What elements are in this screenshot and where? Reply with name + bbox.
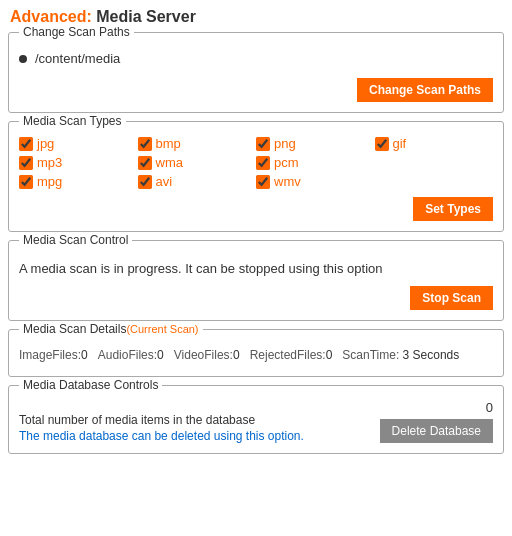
media-scan-types-legend: Media Scan Types — [19, 114, 126, 128]
media-scan-control-section: Media Scan Control A media scan is in pr… — [8, 240, 504, 321]
type-label-png: png — [274, 136, 296, 151]
change-scan-paths-button[interactable]: Change Scan Paths — [357, 78, 493, 102]
type-bmp: bmp — [138, 136, 257, 151]
video-files-detail: VideoFiles:0 — [174, 348, 240, 362]
bullet-icon — [19, 55, 27, 63]
media-database-controls-section: Media Database Controls Total number of … — [8, 385, 504, 454]
type-mp3: mp3 — [19, 155, 138, 170]
scan-path-item: /content/media — [19, 47, 493, 70]
title-rest: Media Server — [92, 8, 196, 25]
type-wma: wma — [138, 155, 257, 170]
media-scan-details-section: Media Scan Details(Current Scan) ImageFi… — [8, 329, 504, 377]
type-label-wmv: wmv — [274, 174, 301, 189]
type-label-avi: avi — [156, 174, 173, 189]
scan-paths-section: Change Scan Paths /content/media Change … — [8, 32, 504, 113]
scan-paths-btn-row: Change Scan Paths — [19, 78, 493, 102]
audio-files-detail: AudioFiles:0 — [98, 348, 164, 362]
type-png: png — [256, 136, 375, 151]
checkbox-mpg[interactable] — [19, 175, 33, 189]
db-text-block: Total number of media items in the datab… — [19, 413, 304, 443]
scan-control-content: A media scan is in progress. It can be s… — [19, 255, 493, 310]
scan-paths-legend: Change Scan Paths — [19, 25, 134, 39]
scan-path-value: /content/media — [35, 51, 120, 66]
type-jpg: jpg — [19, 136, 138, 151]
rejected-files-detail: RejectedFiles:0 — [250, 348, 333, 362]
media-scan-details-legend: Media Scan Details(Current Scan) — [19, 322, 203, 336]
type-label-bmp: bmp — [156, 136, 181, 151]
image-files-detail: ImageFiles:0 — [19, 348, 88, 362]
scan-paths-content: /content/media Change Scan Paths — [19, 47, 493, 102]
type-gif: gif — [375, 136, 494, 151]
types-grid: jpg bmp png gif mp3 wma — [19, 136, 493, 189]
type-label-mp3: mp3 — [37, 155, 62, 170]
set-types-btn-row: Set Types — [19, 197, 493, 221]
type-label-jpg: jpg — [37, 136, 54, 151]
type-label-mpg: mpg — [37, 174, 62, 189]
set-types-button[interactable]: Set Types — [413, 197, 493, 221]
db-line1: Total number of media items in the datab… — [19, 413, 304, 427]
title-advanced: Advanced: — [10, 8, 92, 25]
media-scan-control-legend: Media Scan Control — [19, 233, 132, 247]
checkbox-wmv[interactable] — [256, 175, 270, 189]
type-label-wma: wma — [156, 155, 183, 170]
scan-types-content: jpg bmp png gif mp3 wma — [19, 136, 493, 221]
details-row: ImageFiles:0 AudioFiles:0 VideoFiles:0 R… — [19, 344, 493, 366]
scan-status-text: A media scan is in progress. It can be s… — [19, 255, 493, 278]
checkbox-mp3[interactable] — [19, 156, 33, 170]
scan-details-content: ImageFiles:0 AudioFiles:0 VideoFiles:0 R… — [19, 344, 493, 366]
checkbox-pcm[interactable] — [256, 156, 270, 170]
checkbox-gif[interactable] — [375, 137, 389, 151]
type-label-pcm: pcm — [274, 155, 299, 170]
checkbox-bmp[interactable] — [138, 137, 152, 151]
type-avi: avi — [138, 174, 257, 189]
media-scan-types-section: Media Scan Types jpg bmp png gif — [8, 121, 504, 232]
stop-scan-btn-row: Stop Scan — [19, 286, 493, 310]
stop-scan-button[interactable]: Stop Scan — [410, 286, 493, 310]
db-controls-row: Total number of media items in the datab… — [19, 400, 493, 443]
scan-time-detail: ScanTime: 3 Seconds — [342, 348, 459, 362]
type-pcm: pcm — [256, 155, 375, 170]
checkbox-avi[interactable] — [138, 175, 152, 189]
delete-database-button[interactable]: Delete Database — [380, 419, 493, 443]
type-label-gif: gif — [393, 136, 407, 151]
checkbox-png[interactable] — [256, 137, 270, 151]
checkbox-jpg[interactable] — [19, 137, 33, 151]
db-count: 0 — [486, 400, 493, 415]
media-database-legend: Media Database Controls — [19, 378, 162, 392]
db-line2: The media database can be deleted using … — [19, 429, 304, 443]
type-wmv: wmv — [256, 174, 375, 189]
db-right-block: 0 Delete Database — [380, 400, 493, 443]
checkbox-wma[interactable] — [138, 156, 152, 170]
type-mpg: mpg — [19, 174, 138, 189]
db-controls-content: Total number of media items in the datab… — [19, 400, 493, 443]
